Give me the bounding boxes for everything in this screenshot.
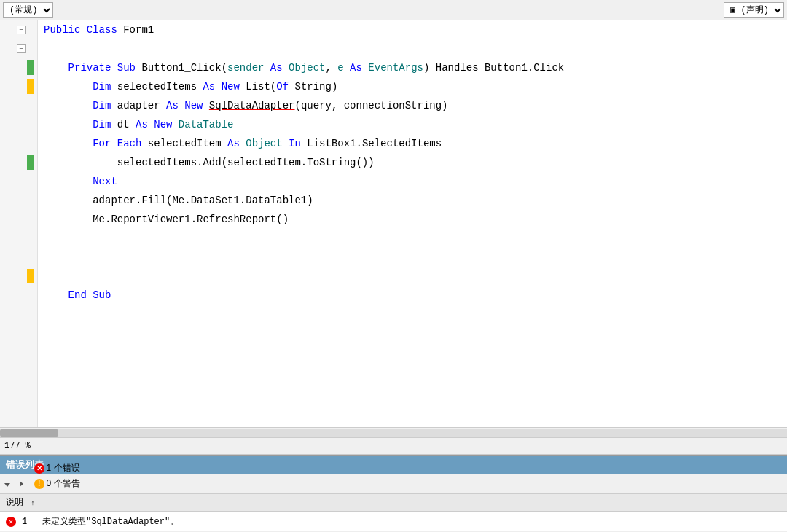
error-filter-btn-0[interactable]: ✕1 个错误 xyxy=(31,461,84,476)
code-token: selectedItems xyxy=(117,77,203,96)
code-token: As xyxy=(344,58,369,77)
gutter-line xyxy=(0,229,37,248)
gutter-line xyxy=(0,248,37,267)
code-token: selectedItem xyxy=(148,134,227,153)
horizontal-scrollbar[interactable] xyxy=(0,427,787,437)
code-token: Public Class xyxy=(44,20,123,39)
editor-gutter: −− xyxy=(0,20,38,427)
line-indicator xyxy=(27,155,34,170)
code-token: As xyxy=(227,134,246,153)
code-editor[interactable]: Public Class Form1 Private Sub Button1_C… xyxy=(38,20,787,427)
code-token: e xyxy=(337,58,343,77)
gutter-line xyxy=(0,134,37,153)
gutter-line: − xyxy=(0,20,37,39)
code-line xyxy=(38,267,787,286)
code-line: Dim adapter As New SqlDataAdapter(query,… xyxy=(38,96,787,115)
code-line xyxy=(38,248,787,267)
code-token: sender xyxy=(227,58,264,77)
error-row-num: 1 xyxy=(22,517,34,527)
code-line: Public Class Form1 xyxy=(38,20,787,39)
line-indicator xyxy=(27,212,34,227)
declaration-dropdown[interactable]: ▣ (声明) xyxy=(724,2,784,18)
line-indicator xyxy=(27,23,34,37)
code-line: Me.ReportViewer1.RefreshReport() xyxy=(38,210,787,229)
collapse-button[interactable]: − xyxy=(17,26,26,34)
code-line: adapter.Fill(Me.DataSet1.DataTable1) xyxy=(38,191,787,210)
code-token: End Sub xyxy=(44,286,111,305)
code-token: Dim xyxy=(44,96,117,115)
code-token: In xyxy=(289,134,307,153)
code-token: Button1_Click( xyxy=(141,58,227,77)
scroll-track[interactable] xyxy=(0,429,787,437)
line-indicator xyxy=(27,250,34,265)
line-indicator xyxy=(27,231,34,246)
code-token: Next xyxy=(44,172,117,191)
error-panel-header: 错误列表 xyxy=(0,456,787,474)
code-token: As New xyxy=(166,96,209,115)
line-indicator xyxy=(27,193,34,208)
collapse-button[interactable]: − xyxy=(17,44,26,53)
line-indicator xyxy=(27,117,34,132)
line-indicator xyxy=(27,60,34,75)
filter-icon xyxy=(4,477,25,490)
code-line xyxy=(38,229,787,248)
code-token: (query, connectionString) xyxy=(294,96,447,115)
code-token: Dim xyxy=(44,115,117,134)
error-filter-icon: ✕ xyxy=(34,463,44,474)
gutter-line xyxy=(0,115,37,134)
line-indicator xyxy=(27,42,34,56)
code-token: DataTable xyxy=(179,115,234,134)
gutter-line: − xyxy=(0,39,37,58)
code-token: , xyxy=(326,58,338,77)
editor-container: −− Public Class Form1 Private Sub Button… xyxy=(0,20,787,427)
scope-dropdown[interactable]: (常规) xyxy=(3,2,53,18)
code-line xyxy=(38,39,787,58)
code-token: dt xyxy=(117,115,136,134)
code-token: Object xyxy=(289,58,325,77)
code-token: Me.ReportViewer1.RefreshReport() xyxy=(44,210,289,229)
scroll-thumb[interactable] xyxy=(0,429,58,437)
error-filter-btn-1[interactable]: !0 个警告 xyxy=(31,476,84,491)
code-token: Private Sub xyxy=(44,58,141,77)
line-indicator xyxy=(27,98,34,113)
code-token: Dim xyxy=(44,77,117,96)
code-token: List( xyxy=(246,77,276,96)
code-token: selectedItems.Add(selectedItem.ToString(… xyxy=(44,153,375,172)
line-indicator xyxy=(27,288,34,302)
code-token: As New xyxy=(136,115,179,134)
line-indicator xyxy=(27,136,34,151)
sort-arrow-icon: ↑ xyxy=(31,500,34,507)
error-row-message: 未定义类型"SqlDataAdapter"。 xyxy=(42,515,179,528)
code-line: Dim selectedItems As New List(Of String) xyxy=(38,77,787,96)
gutter-line xyxy=(0,172,37,191)
code-token: For Each xyxy=(44,134,148,153)
code-line: For Each selectedItem As Object In ListB… xyxy=(38,134,787,153)
code-token: adapter xyxy=(117,96,166,115)
code-line: End Sub xyxy=(38,286,787,305)
error-panel-toolbar: ✕1 个错误!0 个警告i0 个消息 xyxy=(0,474,787,494)
code-token: Form1 xyxy=(123,20,154,39)
gutter-line xyxy=(0,267,37,286)
error-filter-icon: ! xyxy=(34,479,44,489)
code-token: As xyxy=(264,58,289,77)
line-indicator xyxy=(27,174,34,189)
error-col-header: 说明 ↑ xyxy=(0,494,787,512)
line-indicator xyxy=(27,269,34,283)
error-filter-label: 1 个错误 xyxy=(47,462,80,474)
gutter-line xyxy=(0,96,37,115)
status-bar: 177 % xyxy=(0,437,787,455)
code-line: selectedItems.Add(selectedItem.ToString(… xyxy=(38,153,787,172)
toolbar-left: (常规) xyxy=(3,2,724,18)
gutter-line xyxy=(0,286,37,305)
zoom-separator xyxy=(31,441,36,451)
line-indicator xyxy=(27,79,34,94)
code-token: String) xyxy=(295,77,338,96)
code-line: Dim dt As New DataTable xyxy=(38,115,787,134)
code-token: EventArgs xyxy=(368,58,423,77)
code-token: Of xyxy=(276,77,294,96)
error-filter-label: 0 个警告 xyxy=(47,477,80,490)
error-rows: ✕1未定义类型"SqlDataAdapter"。 xyxy=(0,512,787,532)
code-token: ListBox1.SelectedItems xyxy=(307,134,442,153)
error-row[interactable]: ✕1未定义类型"SqlDataAdapter"。 xyxy=(0,512,787,532)
toolbar-right: ▣ (声明) xyxy=(724,2,784,18)
